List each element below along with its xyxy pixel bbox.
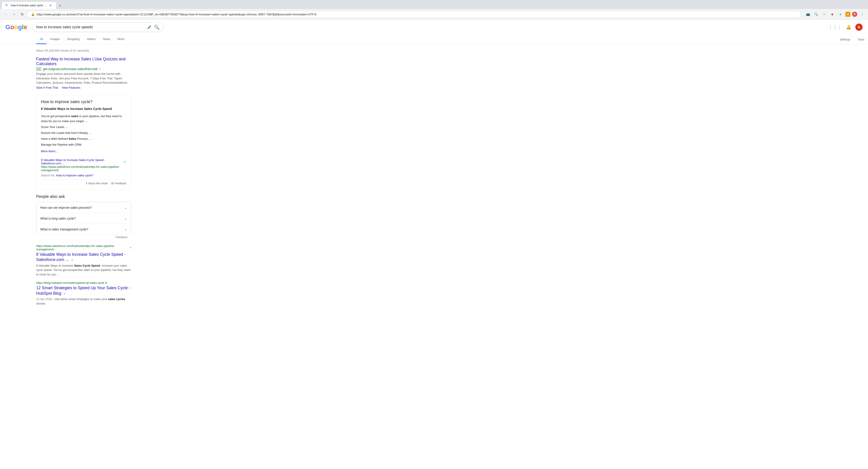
verified-icon: ✓: [123, 160, 126, 164]
main-results: About 39,100,000 results (0.51 seconds) …: [0, 44, 131, 315]
paa-item-1[interactable]: How can we improve sales process? ⌄: [36, 202, 131, 213]
address-bar[interactable]: 🔒 https://www.google.co.uk/search?q=how+…: [27, 11, 801, 18]
info-icon: ℹ: [86, 182, 87, 185]
nav-more[interactable]: More: [114, 35, 128, 44]
menu-button[interactable]: ⋮: [859, 11, 865, 18]
nav-all[interactable]: All: [36, 35, 46, 44]
search-for-label: Search for:: [41, 174, 55, 177]
paa-question-text-1: How can we improve sales process?: [40, 206, 92, 209]
tab-title: how ti increase sales cycle speed...: [11, 4, 47, 7]
result-url-row-2: https://blog.hubspot.com/sales/speed-up-…: [36, 281, 131, 285]
bookmark-icon[interactable]: ☆: [821, 11, 827, 18]
logo-l: l: [22, 24, 24, 31]
snippet-title: 8 Valuable Ways to Increase Sales Cycle …: [41, 107, 126, 111]
cast-icon[interactable]: 📺: [805, 11, 811, 18]
snippet-item-3: Nurture the Leads that Aren't Ready. ...: [41, 130, 126, 136]
snippet-footer: ℹ About this result ⊞ Feedback: [41, 180, 126, 185]
snippet-list: You've got prospective sales in your pip…: [41, 113, 126, 148]
snippet-question: How to improve sales cycle?: [41, 99, 126, 104]
results-stats: About 39,100,000 results (0.51 seconds): [36, 49, 131, 52]
result-desc-2: 12 Apr 2018 · Use these smart strategies…: [36, 297, 131, 306]
tab-favicon: G: [5, 4, 9, 7]
extension-icon-4[interactable]: B: [852, 12, 857, 17]
extension-icon-2[interactable]: ●: [837, 11, 844, 18]
ad-title: Fastest Way to Increase Sales | Use Quiz…: [36, 57, 131, 66]
ad-badge: Ad: [36, 67, 41, 71]
ad-links: Start A Free Trial View Features: [36, 86, 131, 89]
search-extension-icon[interactable]: 🔍: [813, 11, 819, 18]
organic-result-2: https://blog.hubspot.com/sales/speed-up-…: [36, 281, 131, 306]
about-this-result[interactable]: ℹ About this result: [86, 182, 107, 185]
ad-title-link[interactable]: Fastest Way to Increase Sales | Use Quiz…: [36, 57, 125, 66]
paa-chevron-3: ⌄: [124, 227, 127, 231]
extension-icon-3[interactable]: W: [845, 12, 850, 17]
snippet-source-url: https://www.salesforce.com/hub/sales/tip…: [41, 165, 126, 172]
notification-icon[interactable]: 🔔: [845, 24, 852, 30]
result-verified-icon-1: ✓: [71, 258, 74, 262]
ad-description: Engage your visitors and push them quick…: [36, 72, 131, 85]
paa-item-2[interactable]: What is long sales cycle? ⌄: [36, 213, 131, 224]
result-title-2: 12 Smart Strategies to Speed Up Your Sal…: [36, 285, 131, 296]
paa-title: People also ask: [36, 194, 131, 199]
result-verified-icon-2: ✓: [64, 292, 66, 295]
ad-link-1[interactable]: Start A Free Trial: [36, 86, 58, 89]
nav-images[interactable]: Images: [46, 35, 64, 44]
nav-tools[interactable]: Tools: [854, 35, 868, 44]
search-button[interactable]: 🔍: [154, 24, 160, 30]
nav-shopping[interactable]: Shopping: [64, 35, 83, 44]
google-page: G o o g l e 🎤 🔍 ⋮⋮⋮ 🔔 B All Images Shopp…: [0, 20, 868, 315]
forward-button[interactable]: →: [11, 11, 17, 18]
people-also-ask: People also ask How can we improve sales…: [36, 194, 131, 240]
tab-close-button[interactable]: ✕: [49, 4, 53, 7]
search-box-container: 🎤 🔍: [32, 22, 163, 32]
logo-g2: g: [18, 24, 22, 31]
browser-toolbar: 📺 🔍 ☆ ● ● W B ⋮: [805, 11, 865, 18]
tab-bar: G how ti increase sales cycle speed... ✕…: [0, 0, 868, 9]
paa-question-text-2: What is long sales cycle?: [40, 217, 76, 220]
paa-item-3[interactable]: What is sales management cycle? ⌄: [36, 224, 131, 235]
apps-grid-icon[interactable]: ⋮⋮⋮: [828, 24, 842, 30]
organic-result-1: https://www.salesforce.com/hub/sales/tip…: [36, 244, 131, 276]
ad-link-2[interactable]: View Features: [62, 86, 81, 89]
search-for-link[interactable]: How to improve sales cycle?: [56, 174, 93, 177]
ad-arrow-icon: ▾: [99, 68, 100, 70]
extension-icon-1[interactable]: ●: [829, 11, 835, 18]
search-for: Search for: How to improve sales cycle?: [41, 174, 126, 177]
paa-feedback-label: Feedback: [116, 236, 127, 239]
nav-settings[interactable]: Settings: [836, 35, 854, 44]
mic-icon[interactable]: 🎤: [147, 25, 151, 29]
search-input[interactable]: [36, 25, 145, 29]
address-text: https://www.google.co.uk/search?q=how+ti…: [37, 13, 797, 16]
nav-videos[interactable]: Videos: [83, 35, 99, 44]
result-url-1: https://www.salesforce.com/hub/sales/tip…: [36, 244, 128, 251]
result-url-arrow-1[interactable]: ▾: [130, 246, 131, 249]
result-date-2: 12 Apr 2018: [36, 297, 52, 301]
feedback-button[interactable]: ⊞ Feedback: [111, 182, 126, 185]
paa-question-2[interactable]: What is long sales cycle? ⌄: [37, 213, 131, 224]
logo-g: G: [5, 24, 10, 31]
paa-feedback[interactable]: Feedback: [36, 235, 131, 240]
active-tab[interactable]: G how ti increase sales cycle speed... ✕: [2, 2, 56, 9]
result-title-link-2[interactable]: 12 Smart Strategies to Speed Up Your Sal…: [36, 286, 130, 295]
user-avatar[interactable]: B: [855, 24, 863, 31]
ad-badge-row: Ad get.outgrow.co/increase-sales/free-tr…: [36, 67, 131, 71]
result-url-row-1: https://www.salesforce.com/hub/sales/tip…: [36, 244, 131, 251]
refresh-button[interactable]: ↻: [19, 11, 25, 18]
result-url-2: https://blog.hubspot.com/sales/speed-up-…: [36, 281, 107, 285]
logo-o1: o: [10, 24, 14, 31]
back-button[interactable]: ←: [3, 11, 9, 18]
search-nav: All Images Shopping Videos News More Set…: [0, 35, 868, 44]
more-items-link[interactable]: More items...: [41, 149, 126, 153]
nav-news[interactable]: News: [99, 35, 114, 44]
result-title-link-1[interactable]: 8 Valuable Ways to Increase Sales Cycle …: [36, 252, 125, 262]
paa-question-3[interactable]: What is sales management cycle? ⌄: [37, 224, 131, 235]
feedback-icon: ⊞: [111, 182, 114, 185]
paa-chevron-1: ⌄: [124, 205, 127, 210]
snippet-item-4: Have a Well-Defined Sales Process. ...: [41, 136, 126, 142]
snippet-item-2: Score Your Leads. ...: [41, 124, 126, 130]
results-container: About 39,100,000 results (0.51 seconds) …: [0, 44, 868, 315]
snippet-source-link[interactable]: 8 Valuable Ways to Increase Sales Cycle …: [41, 158, 122, 165]
new-tab-button[interactable]: +: [57, 3, 63, 9]
logo-e: e: [24, 24, 27, 31]
paa-question-1[interactable]: How can we improve sales process? ⌄: [37, 202, 131, 213]
